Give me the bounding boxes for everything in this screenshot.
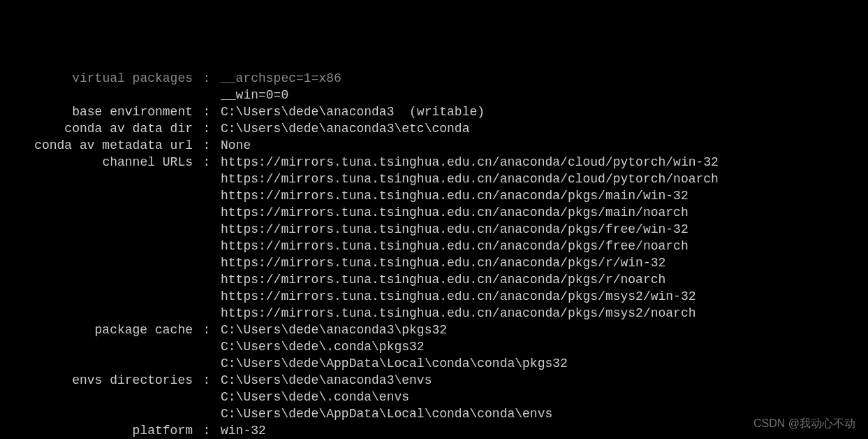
terminal-line: __win=0=0 bbox=[11, 87, 857, 103]
indent bbox=[11, 254, 221, 271]
terminal-line: conda av data dir : C:\Users\dede\anacon… bbox=[11, 120, 857, 137]
indent bbox=[11, 389, 221, 405]
terminal-line: https://mirrors.tuna.tsinghua.edu.cn/ana… bbox=[11, 254, 857, 271]
indent bbox=[11, 221, 221, 238]
info-label: channel URLs bbox=[11, 154, 193, 171]
info-value: C:\Users\dede\anaconda3 (writable) bbox=[221, 103, 857, 120]
info-value: C:\Users\dede\.conda\pkgs32 bbox=[221, 338, 857, 355]
info-value: C:\Users\dede\anaconda3\pkgs32 bbox=[221, 322, 857, 338]
info-value: https://mirrors.tuna.tsinghua.edu.cn/ana… bbox=[221, 204, 857, 221]
indent bbox=[11, 355, 221, 372]
separator: : bbox=[193, 322, 221, 338]
indent bbox=[11, 171, 221, 187]
terminal-line: https://mirrors.tuna.tsinghua.edu.cn/ana… bbox=[11, 238, 857, 254]
terminal-line: https://mirrors.tuna.tsinghua.edu.cn/ana… bbox=[11, 171, 857, 187]
terminal-line: C:\Users\dede\AppData\Local\conda\conda\… bbox=[11, 355, 857, 372]
info-label: base environment bbox=[11, 103, 193, 120]
indent bbox=[11, 405, 221, 422]
info-label: conda av metadata url bbox=[11, 137, 193, 154]
separator: : bbox=[193, 154, 221, 171]
terminal-line: package cache : C:\Users\dede\anaconda3\… bbox=[11, 322, 857, 338]
info-label: platform bbox=[11, 422, 193, 439]
terminal-line: https://mirrors.tuna.tsinghua.edu.cn/ana… bbox=[11, 187, 857, 204]
info-label: package cache bbox=[11, 322, 193, 338]
terminal-line: https://mirrors.tuna.tsinghua.edu.cn/ana… bbox=[11, 221, 857, 238]
info-value: https://mirrors.tuna.tsinghua.edu.cn/ana… bbox=[221, 288, 857, 305]
info-label: virtual packages bbox=[11, 70, 193, 87]
indent bbox=[11, 288, 221, 305]
terminal-line: https://mirrors.tuna.tsinghua.edu.cn/ana… bbox=[11, 204, 857, 221]
terminal-output: virtual packages : __archspec=1=x86__win… bbox=[11, 70, 857, 439]
terminal-line: channel URLs : https://mirrors.tuna.tsin… bbox=[11, 154, 857, 171]
info-value: None bbox=[221, 137, 857, 154]
separator: : bbox=[193, 103, 221, 120]
terminal-line: https://mirrors.tuna.tsinghua.edu.cn/ana… bbox=[11, 271, 857, 288]
terminal-line: C:\Users\dede\.conda\pkgs32 bbox=[11, 338, 857, 355]
indent bbox=[11, 271, 221, 288]
info-value: __archspec=1=x86 bbox=[221, 70, 857, 87]
watermark: CSDN @我动心不动 bbox=[753, 415, 855, 432]
info-value: https://mirrors.tuna.tsinghua.edu.cn/ana… bbox=[221, 221, 857, 238]
terminal-line: C:\Users\dede\.conda\envs bbox=[11, 389, 857, 405]
indent bbox=[11, 87, 221, 103]
separator: : bbox=[193, 120, 221, 137]
terminal-line: https://mirrors.tuna.tsinghua.edu.cn/ana… bbox=[11, 305, 857, 322]
indent bbox=[11, 305, 221, 322]
separator: : bbox=[193, 137, 221, 154]
terminal-line: platform : win-32 bbox=[11, 422, 857, 439]
info-value: https://mirrors.tuna.tsinghua.edu.cn/ana… bbox=[221, 154, 857, 171]
indent bbox=[11, 187, 221, 204]
separator: : bbox=[193, 422, 221, 439]
separator: : bbox=[193, 70, 221, 87]
indent bbox=[11, 204, 221, 221]
info-value: https://mirrors.tuna.tsinghua.edu.cn/ana… bbox=[221, 171, 857, 187]
indent bbox=[11, 338, 221, 355]
terminal-line: base environment : C:\Users\dede\anacond… bbox=[11, 103, 857, 120]
terminal-line: conda av metadata url : None bbox=[11, 137, 857, 154]
info-value: https://mirrors.tuna.tsinghua.edu.cn/ana… bbox=[221, 238, 857, 254]
info-value: https://mirrors.tuna.tsinghua.edu.cn/ana… bbox=[221, 305, 857, 322]
terminal-line: virtual packages : __archspec=1=x86 bbox=[11, 70, 857, 87]
indent bbox=[11, 238, 221, 254]
info-value: https://mirrors.tuna.tsinghua.edu.cn/ana… bbox=[221, 187, 857, 204]
info-value: C:\Users\dede\AppData\Local\conda\conda\… bbox=[221, 355, 857, 372]
info-value: https://mirrors.tuna.tsinghua.edu.cn/ana… bbox=[221, 271, 857, 288]
terminal-line: envs directories : C:\Users\dede\anacond… bbox=[11, 372, 857, 389]
info-value: C:\Users\dede\anaconda3\envs bbox=[221, 372, 857, 389]
info-value: __win=0=0 bbox=[221, 87, 857, 103]
info-label: envs directories bbox=[11, 372, 193, 389]
info-value: https://mirrors.tuna.tsinghua.edu.cn/ana… bbox=[221, 254, 857, 271]
info-value: C:\Users\dede\anaconda3\etc\conda bbox=[221, 120, 857, 137]
info-label: conda av data dir bbox=[11, 120, 193, 137]
separator: : bbox=[193, 372, 221, 389]
terminal-line: https://mirrors.tuna.tsinghua.edu.cn/ana… bbox=[11, 288, 857, 305]
terminal-line: C:\Users\dede\AppData\Local\conda\conda\… bbox=[11, 405, 857, 422]
info-value: C:\Users\dede\.conda\envs bbox=[221, 389, 857, 405]
